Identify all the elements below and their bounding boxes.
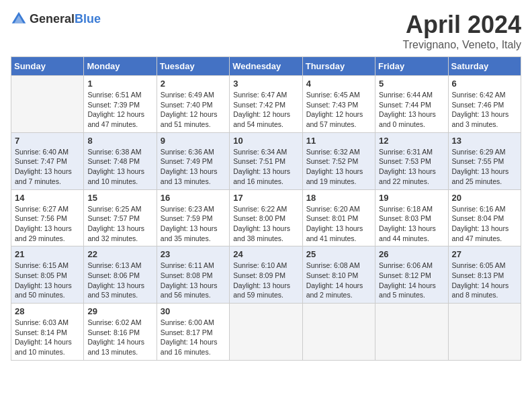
week-row-5: 28Sunrise: 6:03 AMSunset: 8:14 PMDayligh…: [11, 304, 521, 361]
logo: GeneralBlue: [11, 11, 101, 27]
day-number: 22: [87, 249, 152, 259]
calendar-cell: 28Sunrise: 6:03 AMSunset: 8:14 PMDayligh…: [11, 304, 84, 361]
week-row-2: 7Sunrise: 6:40 AMSunset: 7:47 PMDaylight…: [11, 132, 521, 189]
page-header: GeneralBlue April 2024 Trevignano, Venet…: [11, 11, 521, 51]
day-number: 4: [306, 79, 371, 89]
day-number: 19: [379, 193, 444, 203]
day-info: Sunrise: 6:13 AMSunset: 8:06 PMDaylight:…: [87, 261, 152, 300]
calendar-body: 1Sunrise: 6:51 AMSunset: 7:39 PMDaylight…: [11, 76, 521, 361]
day-info: Sunrise: 6:27 AMSunset: 7:56 PMDaylight:…: [15, 204, 80, 244]
title-area: April 2024 Trevignano, Veneto, Italy: [403, 11, 521, 51]
day-info: Sunrise: 6:51 AMSunset: 7:39 PMDaylight:…: [87, 90, 152, 130]
day-info: Sunrise: 6:06 AMSunset: 8:12 PMDaylight:…: [379, 261, 444, 300]
day-number: 23: [161, 249, 226, 259]
day-info: Sunrise: 6:32 AMSunset: 7:52 PMDaylight:…: [306, 147, 371, 187]
day-info: Sunrise: 6:22 AMSunset: 8:00 PMDaylight:…: [233, 204, 298, 244]
day-info: Sunrise: 6:29 AMSunset: 7:55 PMDaylight:…: [452, 147, 517, 187]
header-day-sunday: Sunday: [11, 57, 84, 76]
day-info: Sunrise: 6:23 AMSunset: 7:59 PMDaylight:…: [161, 204, 226, 244]
calendar-cell: 4Sunrise: 6:45 AMSunset: 7:43 PMDaylight…: [302, 76, 375, 133]
day-info: Sunrise: 6:05 AMSunset: 8:13 PMDaylight:…: [452, 261, 517, 300]
calendar-table: SundayMondayTuesdayWednesdayThursdayFrid…: [11, 56, 521, 361]
calendar-cell: 6Sunrise: 6:42 AMSunset: 7:46 PMDaylight…: [448, 76, 521, 133]
day-number: 30: [161, 306, 226, 316]
day-number: 13: [452, 136, 517, 146]
calendar-cell: 23Sunrise: 6:11 AMSunset: 8:08 PMDayligh…: [157, 246, 229, 304]
day-number: 25: [306, 249, 371, 259]
day-info: Sunrise: 6:40 AMSunset: 7:47 PMDaylight:…: [15, 147, 80, 187]
day-number: 10: [233, 136, 298, 146]
day-number: 21: [15, 249, 80, 259]
day-number: 1: [87, 79, 152, 89]
calendar-cell: [375, 304, 448, 361]
day-info: Sunrise: 6:34 AMSunset: 7:51 PMDaylight:…: [233, 147, 298, 187]
calendar-cell: 9Sunrise: 6:36 AMSunset: 7:49 PMDaylight…: [157, 132, 229, 189]
day-info: Sunrise: 6:38 AMSunset: 7:48 PMDaylight:…: [87, 147, 152, 187]
day-number: 2: [161, 79, 226, 89]
day-info: Sunrise: 6:00 AMSunset: 8:17 PMDaylight:…: [161, 318, 226, 357]
calendar-cell: 24Sunrise: 6:10 AMSunset: 8:09 PMDayligh…: [230, 246, 302, 304]
calendar-cell: 13Sunrise: 6:29 AMSunset: 7:55 PMDayligh…: [448, 132, 521, 189]
day-info: Sunrise: 6:20 AMSunset: 8:01 PMDaylight:…: [306, 204, 371, 244]
month-title: April 2024: [403, 11, 521, 39]
day-info: Sunrise: 6:36 AMSunset: 7:49 PMDaylight:…: [161, 147, 226, 187]
calendar-cell: [11, 76, 84, 133]
header-day-thursday: Thursday: [302, 57, 375, 76]
day-info: Sunrise: 6:47 AMSunset: 7:42 PMDaylight:…: [233, 90, 298, 130]
day-info: Sunrise: 6:03 AMSunset: 8:14 PMDaylight:…: [15, 318, 80, 357]
calendar-cell: 30Sunrise: 6:00 AMSunset: 8:17 PMDayligh…: [157, 304, 229, 361]
day-info: Sunrise: 6:49 AMSunset: 7:40 PMDaylight:…: [161, 90, 226, 130]
calendar-cell: 26Sunrise: 6:06 AMSunset: 8:12 PMDayligh…: [375, 246, 448, 304]
day-number: 28: [15, 306, 80, 316]
calendar-cell: 12Sunrise: 6:31 AMSunset: 7:53 PMDayligh…: [375, 132, 448, 189]
calendar-cell: 7Sunrise: 6:40 AMSunset: 7:47 PMDaylight…: [11, 132, 84, 189]
day-info: Sunrise: 6:10 AMSunset: 8:09 PMDaylight:…: [233, 261, 298, 300]
calendar-cell: 5Sunrise: 6:44 AMSunset: 7:44 PMDaylight…: [375, 76, 448, 133]
day-number: 6: [452, 79, 517, 89]
day-info: Sunrise: 6:15 AMSunset: 8:05 PMDaylight:…: [15, 261, 80, 300]
calendar-cell: 2Sunrise: 6:49 AMSunset: 7:40 PMDaylight…: [157, 76, 229, 133]
logo-icon: [11, 11, 27, 27]
week-row-4: 21Sunrise: 6:15 AMSunset: 8:05 PMDayligh…: [11, 246, 521, 304]
day-info: Sunrise: 6:31 AMSunset: 7:53 PMDaylight:…: [379, 147, 444, 187]
day-number: 24: [233, 249, 298, 259]
day-number: 18: [306, 193, 371, 203]
day-number: 20: [452, 193, 517, 203]
week-row-3: 14Sunrise: 6:27 AMSunset: 7:56 PMDayligh…: [11, 189, 521, 246]
calendar-cell: 11Sunrise: 6:32 AMSunset: 7:52 PMDayligh…: [302, 132, 375, 189]
day-number: 8: [87, 136, 152, 146]
week-row-1: 1Sunrise: 6:51 AMSunset: 7:39 PMDaylight…: [11, 76, 521, 133]
calendar-cell: 1Sunrise: 6:51 AMSunset: 7:39 PMDaylight…: [84, 76, 157, 133]
day-number: 27: [452, 249, 517, 259]
day-number: 7: [15, 136, 80, 146]
day-info: Sunrise: 6:16 AMSunset: 8:04 PMDaylight:…: [452, 204, 517, 244]
calendar-cell: 16Sunrise: 6:23 AMSunset: 7:59 PMDayligh…: [157, 189, 229, 246]
calendar-cell: 15Sunrise: 6:25 AMSunset: 7:57 PMDayligh…: [84, 189, 157, 246]
day-info: Sunrise: 6:42 AMSunset: 7:46 PMDaylight:…: [452, 90, 517, 130]
header-day-monday: Monday: [84, 57, 157, 76]
calendar-cell: 18Sunrise: 6:20 AMSunset: 8:01 PMDayligh…: [302, 189, 375, 246]
calendar-cell: 22Sunrise: 6:13 AMSunset: 8:06 PMDayligh…: [84, 246, 157, 304]
day-info: Sunrise: 6:25 AMSunset: 7:57 PMDaylight:…: [87, 204, 152, 244]
header-row: SundayMondayTuesdayWednesdayThursdayFrid…: [11, 57, 521, 76]
header-day-wednesday: Wednesday: [230, 57, 302, 76]
day-number: 16: [161, 193, 226, 203]
calendar-cell: 29Sunrise: 6:02 AMSunset: 8:16 PMDayligh…: [84, 304, 157, 361]
header-day-tuesday: Tuesday: [157, 57, 229, 76]
calendar-cell: [448, 304, 521, 361]
day-info: Sunrise: 6:44 AMSunset: 7:44 PMDaylight:…: [379, 90, 444, 130]
day-number: 3: [233, 79, 298, 89]
location-title: Trevignano, Veneto, Italy: [403, 39, 521, 51]
day-number: 11: [306, 136, 371, 146]
header-day-saturday: Saturday: [448, 57, 521, 76]
logo-text-general: General: [30, 12, 75, 26]
day-info: Sunrise: 6:08 AMSunset: 8:10 PMDaylight:…: [306, 261, 371, 300]
calendar-cell: 27Sunrise: 6:05 AMSunset: 8:13 PMDayligh…: [448, 246, 521, 304]
calendar-cell: 10Sunrise: 6:34 AMSunset: 7:51 PMDayligh…: [230, 132, 302, 189]
day-info: Sunrise: 6:02 AMSunset: 8:16 PMDaylight:…: [87, 318, 152, 357]
day-info: Sunrise: 6:45 AMSunset: 7:43 PMDaylight:…: [306, 90, 371, 130]
header-day-friday: Friday: [375, 57, 448, 76]
day-number: 14: [15, 193, 80, 203]
calendar-cell: [230, 304, 302, 361]
calendar-cell: 8Sunrise: 6:38 AMSunset: 7:48 PMDaylight…: [84, 132, 157, 189]
